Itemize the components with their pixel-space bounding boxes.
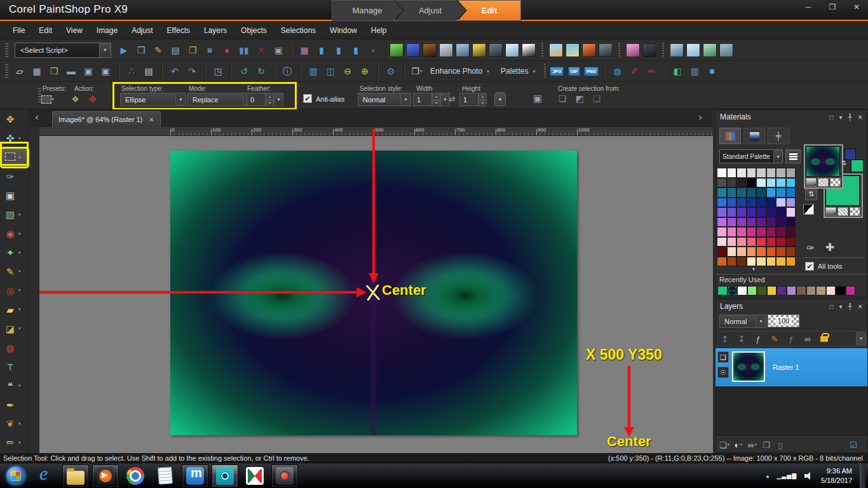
color-swatch[interactable] — [776, 257, 786, 267]
link-layers-button[interactable]: ∞ — [801, 332, 815, 345]
recent-color-swatch[interactable] — [846, 286, 856, 295]
crop-tool[interactable]: ▣ — [2, 187, 27, 205]
close-button[interactable]: ✕ — [849, 3, 864, 11]
media-player-icon[interactable] — [92, 464, 119, 487]
framed-portrait-effect-button[interactable] — [719, 43, 733, 57]
color-swatch[interactable] — [747, 247, 757, 257]
recent-color-swatch[interactable] — [796, 286, 806, 295]
menu-image[interactable]: Image — [90, 24, 124, 37]
new-from-template-button[interactable]: ▦ — [29, 64, 44, 79]
recent-color-swatch[interactable] — [717, 286, 728, 295]
photo-editor-icon[interactable] — [241, 464, 268, 487]
height-spinner[interactable]: 1 ▴▾ — [459, 93, 487, 106]
color-swatch[interactable] — [727, 187, 737, 198]
color-swatch[interactable] — [776, 187, 786, 198]
undo-button[interactable]: ↶ — [167, 64, 182, 79]
chevron-down-icon[interactable]: ▾ — [740, 442, 743, 447]
recent-color-swatch[interactable] — [767, 286, 777, 295]
share-button[interactable]: ∴ — [124, 64, 139, 79]
picture-tube-tool[interactable]: ❦▾ — [2, 415, 27, 433]
paint-brush-tool[interactable]: ✎▾ — [2, 263, 27, 281]
glamour-portrait-effect-button[interactable] — [626, 43, 640, 57]
spin-up-icon[interactable]: ▴ — [432, 93, 440, 100]
color-swatch[interactable] — [776, 247, 786, 257]
selection-style-dropdown[interactable]: Normal ▾ — [358, 93, 411, 106]
network-icon[interactable]: ▁▃▅▇ — [776, 473, 797, 479]
color-swatch[interactable] — [717, 257, 727, 267]
palette-select-dropdown[interactable]: Standard Palette ▾ — [719, 149, 783, 163]
color-swatch[interactable] — [747, 207, 757, 217]
layers-menu-button[interactable]: ▾ — [856, 332, 866, 345]
color-swatch[interactable] — [736, 178, 747, 188]
close-palette-icon[interactable]: ✕ — [858, 114, 863, 121]
show-desktop-button[interactable] — [860, 463, 865, 488]
brush-strokes-effect-button[interactable] — [406, 43, 420, 57]
menu-help[interactable]: Help — [365, 24, 393, 37]
sky-glow-effect-button[interactable] — [686, 43, 700, 57]
backlighting-effect-button[interactable] — [549, 43, 563, 57]
color-swatch[interactable] — [727, 207, 737, 217]
instant-effects-button[interactable]: ▦ — [297, 43, 312, 58]
texture-button[interactable] — [837, 207, 848, 216]
recent-color-swatch[interactable] — [836, 286, 846, 295]
seamless-tile-button[interactable]: ◧ — [670, 64, 685, 79]
color-swatch[interactable] — [756, 178, 766, 188]
layers-header[interactable]: Layers □ ▾ ╀ ✕ — [715, 299, 867, 313]
new-image-button[interactable]: ▱ — [12, 64, 27, 79]
jpeg-optimizer-button[interactable]: JPG — [549, 64, 564, 79]
menu-adjust[interactable]: Adjust — [125, 24, 159, 37]
new-adjustment-layer-button[interactable]: ◐▾ — [732, 438, 745, 451]
blend-mode-dropdown[interactable]: Normal ▾ — [719, 315, 766, 328]
color-swatch[interactable] — [747, 257, 757, 267]
actual-size-button[interactable]: ▥ — [306, 64, 321, 79]
color-swatch[interactable] — [786, 257, 796, 267]
previous-tab-chevron[interactable]: ‹ — [32, 111, 42, 122]
color-swatch[interactable] — [727, 247, 737, 257]
duplicate-indicator-button[interactable]: ❏ — [717, 351, 729, 363]
move-layer-up-button[interactable]: ↥ — [718, 332, 732, 345]
apply-preset-button[interactable]: ❖ — [68, 92, 83, 107]
spin-down-icon[interactable]: ▾ — [478, 100, 487, 107]
color-swatch[interactable] — [717, 207, 727, 217]
spin-down-icon[interactable]: ▾ — [266, 100, 274, 107]
selection-tool[interactable]: ▾ — [2, 149, 27, 166]
flyout-arrow-icon[interactable]: ▾ — [18, 326, 21, 331]
close-palette-icon[interactable]: ✕ — [858, 303, 863, 310]
zoom-in-button[interactable]: ⊕ — [357, 64, 372, 79]
color-swatch[interactable] — [736, 187, 747, 198]
color-mixer-tab[interactable]: ╪ — [768, 128, 789, 144]
flyout-arrow-icon[interactable]: ▾ — [18, 288, 21, 293]
tile-windows-button[interactable]: ▮ — [348, 43, 363, 58]
recent-color-swatch[interactable] — [747, 286, 757, 295]
reset-preset-button[interactable]: ✥ — [85, 92, 100, 107]
run-script-button[interactable]: ▶ — [116, 43, 132, 58]
spin-down-icon[interactable]: ▾ — [432, 100, 440, 107]
color-swatch[interactable] — [736, 247, 747, 257]
color-swatch[interactable] — [776, 178, 786, 188]
flyout-arrow-icon[interactable]: ▾ — [18, 136, 21, 141]
flyout-arrow-icon[interactable]: ▾ — [18, 383, 21, 388]
flyout-arrow-icon[interactable]: ▾ — [18, 269, 21, 274]
new-layer-button[interactable]: ❏▾ — [718, 438, 731, 451]
move-layer-down-button[interactable]: ↧ — [735, 332, 749, 345]
menu-selections[interactable]: Selections — [275, 24, 322, 37]
menu-layers[interactable]: Layers — [198, 24, 233, 37]
color-swatch[interactable] — [727, 168, 737, 178]
layer-effects-button[interactable]: ƒ — [751, 332, 765, 345]
thumbnail-view-button[interactable]: ▫ — [365, 43, 381, 58]
tray-clock[interactable]: 9:36 AM 5/18/2017 — [821, 466, 852, 485]
color-swatch[interactable] — [766, 198, 776, 208]
flyout-arrow-icon[interactable]: ▾ — [18, 212, 21, 217]
preset-shape-tool[interactable]: ❝▾ — [2, 377, 27, 395]
tab-manage[interactable]: Manage — [332, 0, 403, 21]
color-swatch[interactable] — [747, 198, 757, 208]
layer-row[interactable]: ❏☉ Raster 1 — [715, 348, 867, 386]
anti-alias-checkbox[interactable]: ✔ — [303, 94, 312, 103]
save-script-button[interactable]: ▣ — [271, 43, 286, 58]
menu-effects[interactable]: Effects — [161, 24, 196, 37]
document-tab[interactable]: Image6* @ 64% (Raster 1) ✕ — [52, 111, 161, 127]
palette-expander[interactable]: ▾ — [752, 266, 755, 272]
color-swatch[interactable] — [766, 168, 776, 178]
color-swatch[interactable] — [756, 257, 766, 267]
file-explorer-icon[interactable] — [62, 464, 89, 487]
